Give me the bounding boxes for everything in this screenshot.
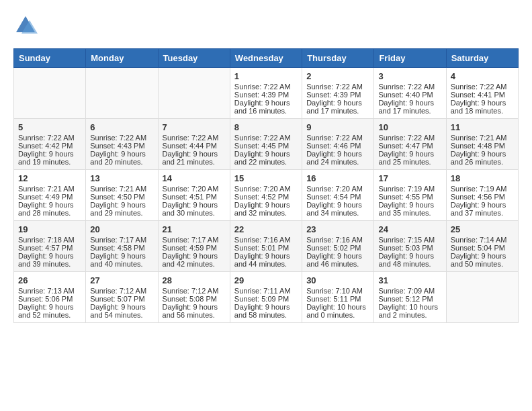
day-info-line: Daylight: 9 hours [378, 252, 441, 260]
day-info-line: Daylight: 9 hours [163, 252, 226, 260]
calendar-week-2: 12Sunrise: 7:21 AMSunset: 4:49 PMDayligh… [14, 170, 519, 221]
day-number: 19 [18, 224, 81, 234]
calendar-week-1: 5Sunrise: 7:22 AMSunset: 4:42 PMDaylight… [14, 119, 519, 170]
day-info-line: Sunset: 4:52 PM [234, 193, 298, 201]
day-info-line: Sunrise: 7:19 AM [378, 185, 441, 193]
day-number: 4 [451, 71, 514, 81]
calendar-cell: 21Sunrise: 7:17 AMSunset: 4:59 PMDayligh… [158, 221, 230, 272]
calendar-cell: 26Sunrise: 7:13 AMSunset: 5:06 PMDayligh… [14, 272, 86, 323]
calendar-cell: 28Sunrise: 7:12 AMSunset: 5:08 PMDayligh… [158, 272, 230, 323]
day-info-line: Sunrise: 7:22 AM [378, 134, 441, 142]
calendar-cell: 25Sunrise: 7:14 AMSunset: 5:04 PMDayligh… [446, 221, 518, 272]
day-info-line: Daylight: 9 hours [163, 201, 226, 209]
day-info-line: Sunset: 5:01 PM [234, 244, 298, 252]
day-info-line: Sunset: 4:39 PM [234, 91, 298, 99]
day-number: 2 [306, 71, 369, 81]
calendar-cell: 27Sunrise: 7:12 AMSunset: 5:07 PMDayligh… [86, 272, 158, 323]
day-info-line: Sunset: 4:50 PM [90, 193, 153, 201]
calendar-cell: 14Sunrise: 7:20 AMSunset: 4:51 PMDayligh… [158, 170, 230, 221]
calendar-cell: 3Sunrise: 7:22 AMSunset: 4:40 PMDaylight… [374, 68, 446, 119]
day-info-line: Sunset: 4:40 PM [378, 91, 441, 99]
day-info-line: Daylight: 9 hours [234, 150, 298, 158]
day-info-line: and 39 minutes. [18, 260, 81, 268]
day-header-thursday: Thursday [302, 49, 374, 68]
day-info-line: Sunset: 4:39 PM [306, 91, 369, 99]
day-number: 27 [90, 275, 153, 285]
day-info-line: Daylight: 9 hours [18, 252, 81, 260]
day-info-line: and 20 minutes. [90, 158, 153, 166]
day-number: 30 [306, 275, 369, 285]
day-info-line: Daylight: 9 hours [234, 252, 298, 260]
calendar-cell: 8Sunrise: 7:22 AMSunset: 4:45 PMDaylight… [230, 119, 302, 170]
day-info-line: and 19 minutes. [18, 158, 81, 166]
day-info-line: Daylight: 9 hours [451, 99, 514, 107]
day-info-line: Daylight: 9 hours [451, 252, 514, 260]
calendar-cell: 22Sunrise: 7:16 AMSunset: 5:01 PMDayligh… [230, 221, 302, 272]
day-info-line: Daylight: 10 hours [378, 303, 441, 311]
calendar-cell [86, 68, 158, 119]
day-info-line: and 42 minutes. [163, 260, 226, 268]
day-info-line: and 28 minutes. [18, 209, 81, 217]
day-info-line: Sunrise: 7:22 AM [378, 83, 441, 91]
day-info-line: Daylight: 9 hours [234, 303, 298, 311]
day-number: 9 [306, 122, 369, 132]
day-info-line: Sunset: 5:02 PM [306, 244, 369, 252]
calendar-cell: 12Sunrise: 7:21 AMSunset: 4:49 PMDayligh… [14, 170, 86, 221]
day-info-line: and 40 minutes. [90, 260, 153, 268]
calendar-table: SundayMondayTuesdayWednesdayThursdayFrid… [13, 48, 519, 323]
day-info-line: Sunrise: 7:15 AM [378, 236, 441, 244]
day-info-line: and 16 minutes. [234, 107, 298, 115]
day-number: 1 [234, 71, 298, 81]
calendar-cell: 30Sunrise: 7:10 AMSunset: 5:11 PMDayligh… [302, 272, 374, 323]
day-info-line: Sunset: 5:07 PM [90, 295, 153, 303]
day-info-line: Daylight: 9 hours [378, 99, 441, 107]
day-header-friday: Friday [374, 49, 446, 68]
calendar-cell: 11Sunrise: 7:21 AMSunset: 4:48 PMDayligh… [446, 119, 518, 170]
day-info-line: and 50 minutes. [451, 260, 514, 268]
day-info-line: Sunrise: 7:22 AM [306, 83, 369, 91]
day-number: 21 [163, 224, 226, 234]
day-info-line: Daylight: 9 hours [18, 303, 81, 311]
calendar-week-0: 1Sunrise: 7:22 AMSunset: 4:39 PMDaylight… [14, 68, 519, 119]
day-info-line: Sunset: 5:09 PM [234, 295, 298, 303]
day-number: 14 [163, 173, 226, 183]
day-info-line: Sunrise: 7:16 AM [234, 236, 298, 244]
day-number: 12 [18, 173, 81, 183]
day-number: 28 [163, 275, 226, 285]
day-info-line: Daylight: 9 hours [234, 99, 298, 107]
day-number: 20 [90, 224, 153, 234]
day-number: 5 [18, 122, 81, 132]
day-info-line: Sunrise: 7:21 AM [451, 134, 514, 142]
day-info-line: Sunrise: 7:22 AM [18, 134, 81, 142]
day-info-line: Sunset: 5:12 PM [378, 295, 441, 303]
day-info-line: Sunrise: 7:17 AM [163, 236, 226, 244]
day-info-line: and 17 minutes. [306, 107, 369, 115]
day-header-tuesday: Tuesday [158, 49, 230, 68]
day-info-line: Daylight: 9 hours [90, 303, 153, 311]
day-info-line: Sunrise: 7:12 AM [163, 287, 226, 295]
day-info-line: Sunrise: 7:16 AM [306, 236, 369, 244]
day-number: 8 [234, 122, 298, 132]
day-info-line: and 48 minutes. [378, 260, 441, 268]
day-info-line: Sunset: 4:55 PM [378, 193, 441, 201]
day-info-line: Sunrise: 7:13 AM [18, 287, 81, 295]
day-header-wednesday: Wednesday [230, 49, 302, 68]
day-info-line: Sunset: 4:47 PM [378, 142, 441, 150]
day-info-line: Daylight: 9 hours [378, 150, 441, 158]
day-number: 29 [234, 275, 298, 285]
calendar-week-3: 19Sunrise: 7:18 AMSunset: 4:57 PMDayligh… [14, 221, 519, 272]
day-info-line: Daylight: 9 hours [90, 252, 153, 260]
day-info-line: Sunrise: 7:11 AM [234, 287, 298, 295]
calendar-cell: 19Sunrise: 7:18 AMSunset: 4:57 PMDayligh… [14, 221, 86, 272]
day-info-line: Daylight: 9 hours [306, 201, 369, 209]
day-info-line: Daylight: 9 hours [163, 150, 226, 158]
day-info-line: and 26 minutes. [451, 158, 514, 166]
logo [13, 13, 40, 38]
day-info-line: and 17 minutes. [378, 107, 441, 115]
day-info-line: Sunrise: 7:20 AM [234, 185, 298, 193]
day-info-line: and 24 minutes. [306, 158, 369, 166]
day-info-line: Daylight: 9 hours [163, 303, 226, 311]
day-number: 7 [163, 122, 226, 132]
day-header-sunday: Sunday [14, 49, 86, 68]
page: SundayMondayTuesdayWednesdayThursdayFrid… [0, 0, 532, 330]
